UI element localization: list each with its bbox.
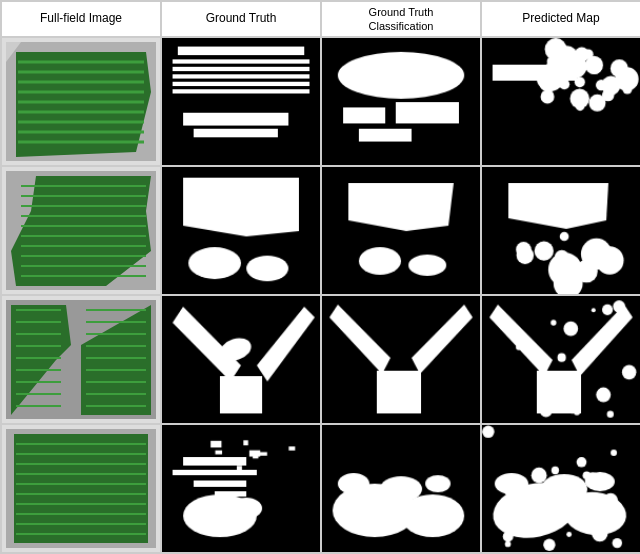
header-label: Ground TruthClassification bbox=[369, 5, 434, 34]
header-gt-classification: Ground TruthClassification bbox=[321, 1, 481, 37]
canvas-r4-gt bbox=[162, 425, 320, 552]
row3-predicted bbox=[481, 295, 640, 424]
row2-gt-class bbox=[321, 166, 481, 295]
canvas-r1-ff bbox=[6, 42, 156, 161]
row1-full-field bbox=[1, 37, 161, 166]
canvas-r4-ff bbox=[6, 429, 156, 548]
canvas-r3-gt bbox=[162, 296, 320, 423]
canvas-r1-gt bbox=[162, 38, 320, 165]
header-full-field: Full-field Image bbox=[1, 1, 161, 37]
header-label: Full-field Image bbox=[40, 11, 122, 27]
canvas-r2-ff bbox=[6, 171, 156, 290]
row3-full-field bbox=[1, 295, 161, 424]
canvas-r3-pm bbox=[482, 296, 640, 423]
canvas-r2-pm bbox=[482, 167, 640, 294]
canvas-r3-gtc bbox=[322, 296, 480, 423]
row3-ground-truth bbox=[161, 295, 321, 424]
row4-ground-truth bbox=[161, 424, 321, 553]
row2-full-field bbox=[1, 166, 161, 295]
header-label: Predicted Map bbox=[522, 11, 599, 27]
canvas-r1-pm bbox=[482, 38, 640, 165]
canvas-r4-gtc bbox=[322, 425, 480, 552]
row2-predicted bbox=[481, 166, 640, 295]
header-predicted-map: Predicted Map bbox=[481, 1, 640, 37]
row2-ground-truth bbox=[161, 166, 321, 295]
main-grid: Full-field Image Ground Truth Ground Tru… bbox=[0, 0, 640, 554]
row4-gt-class bbox=[321, 424, 481, 553]
row1-ground-truth bbox=[161, 37, 321, 166]
row1-gt-class bbox=[321, 37, 481, 166]
row1-predicted bbox=[481, 37, 640, 166]
canvas-r2-gt bbox=[162, 167, 320, 294]
canvas-r4-pm bbox=[482, 425, 640, 552]
header-ground-truth: Ground Truth bbox=[161, 1, 321, 37]
row3-gt-class bbox=[321, 295, 481, 424]
row4-predicted bbox=[481, 424, 640, 553]
canvas-r1-gtc bbox=[322, 38, 480, 165]
canvas-r2-gtc bbox=[322, 167, 480, 294]
canvas-r3-ff bbox=[6, 300, 156, 419]
header-label: Ground Truth bbox=[206, 11, 277, 27]
row4-full-field bbox=[1, 424, 161, 553]
